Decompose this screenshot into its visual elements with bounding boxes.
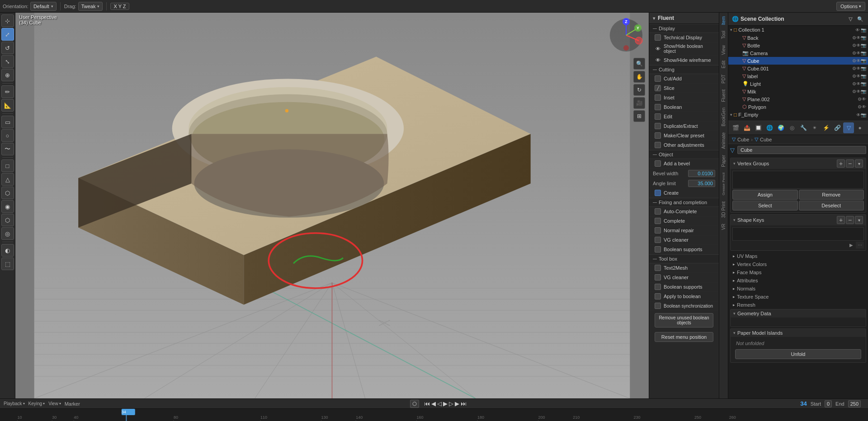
prev-keyframe-btn[interactable]: ◁ <box>437 400 442 407</box>
milk-icons[interactable]: ⚙👁📷 <box>852 89 866 94</box>
marker-label[interactable]: Marker <box>65 401 80 407</box>
viewport[interactable]: User Perspective (34) Cube <box>15 13 649 398</box>
plane002-icons[interactable]: ⚙👁 <box>858 97 866 102</box>
viewport-zoom[interactable]: 🔍 <box>633 58 645 70</box>
shading-solid-tool[interactable]: ◐ <box>1 244 14 257</box>
timeline-track[interactable]: 10 30 40 80 110 130 140 160 180 <box>0 409 868 421</box>
strip-tool-tab[interactable]: Tool <box>720 28 727 42</box>
text2mesh-btn[interactable]: Text2Mesh <box>649 263 719 273</box>
vg-remove2-btn[interactable]: Remove <box>799 190 864 200</box>
fluent-collapse-arrow[interactable]: ▾ <box>653 16 655 21</box>
keying-btn[interactable]: Keying <box>28 401 45 406</box>
label-icons[interactable]: ⚙👁📷 <box>852 74 866 79</box>
add-ico-sphere-tool[interactable]: ⬡ <box>1 214 14 226</box>
duplicate-extract-btn[interactable]: Duplicate/Extract <box>649 122 719 131</box>
vg-cleaner-btn[interactable]: VG cleaner <box>649 235 719 245</box>
strip-bookgen-tab[interactable]: BookGen <box>720 105 727 129</box>
start-value[interactable]: 0 <box>825 400 832 407</box>
frame-indicator[interactable] <box>410 400 419 408</box>
outliner-filter-btn[interactable]: ▽ <box>846 15 854 23</box>
show-hide-wireframe-btn[interactable]: 👁 Show/Hide wireframe <box>649 56 719 65</box>
move-tool[interactable]: ⤢ <box>1 28 14 41</box>
fixing-section-header[interactable]: — Fixing and completion <box>649 198 719 207</box>
cube-item[interactable]: ▸ ▽ Cube ⚙👁📷 <box>728 57 868 65</box>
viewport-gizmo[interactable]: Z Y <box>608 17 644 53</box>
boolean-sync-btn[interactable]: Boolean synchronization <box>649 301 719 311</box>
boolean-btn[interactable]: Boolean <box>649 103 719 112</box>
cursor-tool[interactable]: ⊹ <box>1 14 14 27</box>
fempty-icons[interactable]: 👁📷 <box>856 112 866 117</box>
cube-icons[interactable]: ⚙👁📷 <box>852 58 866 63</box>
vg-remove-btn[interactable]: − <box>846 159 854 168</box>
sk-more-btn[interactable]: ▾ <box>855 216 863 224</box>
strip-pdt-tab[interactable]: PDT <box>720 72 727 86</box>
bottle-item[interactable]: ▸ ▽ Bottle ⚙👁📷 <box>728 42 868 49</box>
polygon-item[interactable]: ▸ ⬡ Polygon ⚙👁 <box>728 103 868 111</box>
viewport-orbit[interactable]: ↻ <box>633 84 645 96</box>
orientation-dropdown[interactable]: Default <box>30 2 57 11</box>
bottle-icons[interactable]: ⚙👁📷 <box>852 43 866 48</box>
paper-model-header[interactable]: ▾ Paper Model Islands <box>731 329 866 337</box>
reset-menu-btn[interactable]: Reset menu position <box>655 332 713 342</box>
texture-space-collapsed[interactable]: ▸ Texture Space <box>730 293 866 301</box>
bevel-width-input[interactable] <box>688 170 715 177</box>
normals-collapsed[interactable]: ▸ Normals <box>730 285 866 293</box>
face-maps-collapsed[interactable]: ▸ Face Maps <box>730 268 866 276</box>
vertex-groups-header[interactable]: ▾ Vertex Groups + − ▾ <box>731 158 866 169</box>
transform-tool[interactable]: ⊕ <box>1 69 14 81</box>
options-button[interactable]: Options <box>836 2 865 11</box>
display-section-header[interactable]: — Display <box>649 24 719 33</box>
angle-limit-input[interactable] <box>688 180 715 187</box>
prop-tab-particles[interactable]: ✴ <box>809 122 820 133</box>
props-obj-name[interactable]: Cube <box>737 146 866 154</box>
prop-tab-render[interactable]: 🎬 <box>730 122 741 133</box>
strip-grease-tab[interactable]: Grease Pencil <box>721 170 726 198</box>
geometry-data-header[interactable]: ▾ Geometry Data <box>731 309 866 318</box>
vg-add-btn[interactable]: + <box>837 159 845 168</box>
prop-tab-constraints[interactable]: 🔗 <box>832 122 843 133</box>
collection-1-item[interactable]: ▾ □ Collection 1 👁 📷 <box>728 26 868 34</box>
prop-tab-world[interactable]: 🌍 <box>775 122 786 133</box>
cube001-item[interactable]: ▸ ▽ Cube.001 ⚙👁📷 <box>728 65 868 72</box>
back-item[interactable]: ▸ ▽ Back ⚙👁📷 <box>728 34 868 42</box>
fempty-coll-item[interactable]: ▾ □ F_Empty 👁📷 <box>728 111 868 119</box>
coll1-eye[interactable]: 👁 <box>855 28 860 33</box>
add-monkey-tool[interactable]: ◎ <box>1 227 14 240</box>
sk-remove-btn[interactable]: − <box>846 216 854 224</box>
fempty-arr-item[interactable]: ▸ ▽ f_empty_circular_array <box>728 119 868 121</box>
end-value[interactable]: 250 <box>848 400 861 407</box>
complete-btn[interactable]: Complete <box>649 216 719 226</box>
strip-paper-tab[interactable]: Paper <box>720 152 727 170</box>
outliner-search-btn[interactable]: 🔍 <box>856 15 864 23</box>
strip-edit-tab[interactable]: Edit <box>720 58 727 71</box>
vg-more-btn[interactable]: ▾ <box>855 159 863 168</box>
annotate-tool[interactable]: ✏ <box>1 85 14 98</box>
other-adjustments-btn[interactable]: Other adjustments <box>649 140 719 150</box>
strip-vr-tab[interactable]: VR <box>720 221 727 233</box>
strip-animate-tab[interactable]: Animate <box>720 130 727 152</box>
prop-tab-scene[interactable]: 🌐 <box>764 122 775 133</box>
milk-item[interactable]: ▸ ▽ Milk ⚙👁📷 <box>728 88 868 95</box>
jump-start-btn[interactable]: ⏮ <box>424 400 430 407</box>
edit-btn[interactable]: Edit <box>649 112 719 122</box>
unfold-btn[interactable]: Unfold <box>735 349 861 359</box>
polygon-icons[interactable]: ⚙👁 <box>858 104 866 109</box>
prev-frame-btn[interactable]: ◀ <box>431 400 436 407</box>
prop-tab-modifier[interactable]: 🔧 <box>798 122 809 133</box>
sk-collapse[interactable]: ⋯ <box>856 242 864 248</box>
prop-tab-physics[interactable]: ⚡ <box>821 122 831 133</box>
boolean-supports-btn[interactable]: Boolean supports <box>649 245 719 254</box>
vertex-colors-collapsed[interactable]: ▸ Vertex Colors <box>730 260 866 268</box>
shape-keys-header[interactable]: ▾ Shape Keys + − ▾ <box>731 215 866 225</box>
prop-tab-view-layer[interactable]: 🔲 <box>753 122 764 133</box>
viewport-camera[interactable]: 🎥 <box>633 97 645 109</box>
next-keyframe-btn[interactable]: ▷ <box>449 400 453 407</box>
cut-add-btn[interactable]: Cut/Add <box>649 74 719 84</box>
auto-complete-btn[interactable]: Auto-Complete <box>649 207 719 216</box>
create-btn[interactable]: Create <box>649 188 719 198</box>
strip-view-tab[interactable]: View <box>720 42 727 58</box>
light-item[interactable]: ▸ 💡 Light ⚙👁📷 <box>728 80 868 88</box>
attributes-collapsed[interactable]: ▸ Attributes <box>730 276 866 285</box>
prop-tab-object[interactable]: ◎ <box>787 122 797 133</box>
toolbox-section-header[interactable]: — Tool box <box>649 254 719 263</box>
